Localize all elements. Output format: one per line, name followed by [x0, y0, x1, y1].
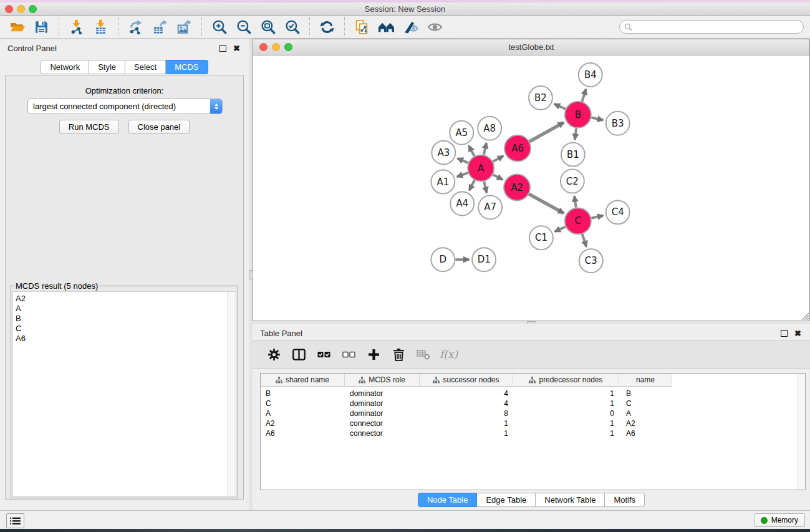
- deselect-all-button[interactable]: [336, 343, 361, 365]
- graph-edge-A-A5[interactable]: [469, 146, 475, 157]
- mcds-list-scrollbar[interactable]: [227, 292, 236, 496]
- graph-node-B1[interactable]: B1: [561, 143, 585, 167]
- mcds-result-item[interactable]: C: [13, 324, 236, 334]
- graph-edge-C-C1[interactable]: [555, 227, 566, 232]
- graph-edge-A-A3[interactable]: [457, 158, 468, 163]
- close-panel-icon[interactable]: ✖: [794, 331, 801, 337]
- graph-edge-A-A2[interactable]: [493, 175, 503, 180]
- graph-edge-A-A7[interactable]: [484, 181, 486, 193]
- graph-edge-B-B4[interactable]: [582, 89, 586, 102]
- float-panel-icon[interactable]: [219, 45, 226, 52]
- table-row[interactable]: Adominator80A: [261, 409, 805, 418]
- tab-mcds[interactable]: MCDS: [166, 60, 208, 74]
- mcds-result-list[interactable]: A2ABCA6: [12, 291, 236, 496]
- network-canvas[interactable]: AA1A2A3A4A5A6A7A8BB1B2B3B4CC1C2C3C4DD1: [253, 56, 809, 321]
- graph-node-A7[interactable]: A7: [478, 195, 502, 219]
- graph-node-B2[interactable]: B2: [529, 86, 552, 110]
- close-panel-button[interactable]: Close panel: [128, 120, 190, 134]
- graph-edge-C-C4[interactable]: [591, 215, 603, 218]
- graph-node-D[interactable]: D: [431, 248, 455, 271]
- graph-node-B4[interactable]: B4: [579, 63, 602, 87]
- mcds-result-item[interactable]: A6: [13, 334, 236, 344]
- table-row[interactable]: A6connector11A6: [261, 428, 805, 438]
- graph-node-C1[interactable]: C1: [529, 226, 553, 249]
- graph-node-B[interactable]: B: [565, 102, 591, 128]
- delete-table-button[interactable]: [411, 343, 436, 365]
- clone-network-button[interactable]: [350, 16, 374, 37]
- graph-node-C4[interactable]: C4: [606, 200, 630, 224]
- graph-node-A1[interactable]: A1: [431, 170, 455, 194]
- mcds-result-item[interactable]: B: [13, 314, 236, 324]
- graph-edge-A-A1[interactable]: [457, 173, 468, 177]
- float-panel-icon[interactable]: [781, 330, 788, 337]
- column-header-shared-name[interactable]: shared name: [261, 374, 345, 387]
- export-table-button[interactable]: [148, 16, 172, 37]
- add-column-button[interactable]: [361, 343, 386, 365]
- refresh-layout-button[interactable]: [315, 16, 339, 37]
- toggle-graphics-details-button[interactable]: [398, 16, 423, 37]
- mcds-result-item[interactable]: A2: [13, 294, 236, 304]
- graph-node-C3[interactable]: C3: [579, 249, 603, 273]
- memory-button[interactable]: Memory: [754, 513, 805, 527]
- network-window-titlebar[interactable]: testGlobe.txt: [253, 39, 809, 56]
- column-header-successor-nodes[interactable]: successor nodes: [420, 374, 513, 387]
- graph-edge-C-C2[interactable]: [574, 196, 576, 207]
- graph-edge-A2-C[interactable]: [529, 194, 564, 213]
- graph-edge-B-B2[interactable]: [554, 104, 566, 109]
- show-columns-button[interactable]: [286, 343, 311, 365]
- table-row[interactable]: Cdominator41C: [261, 399, 805, 409]
- delete-columns-button[interactable]: [386, 343, 411, 365]
- tab-edge-table[interactable]: Edge Table: [477, 493, 536, 507]
- graph-node-A[interactable]: A: [468, 155, 494, 181]
- run-mcds-button[interactable]: Run MCDS: [59, 120, 119, 134]
- graph-node-A4[interactable]: A4: [450, 191, 474, 215]
- graph-edge-A-A8[interactable]: [484, 143, 486, 155]
- table-row[interactable]: A2connector11A2: [261, 418, 805, 428]
- tab-style[interactable]: Style: [89, 60, 125, 74]
- graph-edge-B-B1[interactable]: [575, 128, 576, 140]
- select-all-button[interactable]: [311, 343, 336, 365]
- zoom-out-button[interactable]: [231, 16, 256, 37]
- table-row[interactable]: Bdominator41B: [261, 389, 805, 399]
- vertical-splitter-grip[interactable]: [249, 270, 253, 279]
- import-network-button[interactable]: [64, 16, 89, 37]
- column-header-name[interactable]: name: [619, 374, 672, 387]
- function-builder-button[interactable]: f(x): [440, 348, 458, 360]
- column-header-mcds-role[interactable]: MCDS role: [345, 374, 420, 387]
- zoom-fit-button[interactable]: [256, 16, 280, 37]
- graph-node-C[interactable]: C: [565, 208, 591, 234]
- graph-node-A6[interactable]: A6: [504, 135, 531, 162]
- graph-edge-A-A6[interactable]: [493, 156, 503, 162]
- home-view-button[interactable]: [374, 16, 398, 37]
- graph-edge-A6-B[interactable]: [529, 122, 564, 142]
- graph-node-D1[interactable]: D1: [472, 248, 496, 271]
- graph-node-A8[interactable]: A8: [478, 117, 501, 140]
- graph-node-A3[interactable]: A3: [432, 141, 455, 165]
- table-scrollbar[interactable]: [797, 374, 805, 490]
- criterion-dropdown[interactable]: largest connected component (directed): [27, 99, 223, 114]
- zoom-selected-button[interactable]: [280, 16, 304, 37]
- tab-select[interactable]: Select: [125, 60, 166, 74]
- graph-node-A2[interactable]: A2: [504, 175, 530, 201]
- graph-edge-C-C3[interactable]: [582, 234, 587, 246]
- graph-node-B3[interactable]: B3: [606, 112, 630, 135]
- graph-edge-B-B3[interactable]: [591, 117, 603, 120]
- task-history-button[interactable]: [6, 513, 24, 528]
- graph-node-A5[interactable]: A5: [450, 121, 473, 145]
- open-session-button[interactable]: [5, 16, 29, 37]
- tab-motifs[interactable]: Motifs: [605, 493, 645, 507]
- window-resize-grip[interactable]: [799, 311, 809, 320]
- graph-edge-A-A4[interactable]: [469, 180, 475, 190]
- column-header-predecessor-nodes[interactable]: predecessor nodes: [513, 374, 619, 387]
- import-table-button[interactable]: [89, 16, 113, 37]
- tab-node-table[interactable]: Node Table: [418, 493, 478, 507]
- export-image-button[interactable]: [172, 16, 196, 37]
- search-input[interactable]: [635, 22, 803, 32]
- save-session-button[interactable]: [29, 16, 54, 37]
- tab-network-table[interactable]: Network Table: [536, 493, 605, 507]
- tab-network[interactable]: Network: [41, 60, 89, 74]
- graph-node-C2[interactable]: C2: [561, 170, 584, 193]
- zoom-in-button[interactable]: [207, 16, 231, 37]
- export-network-button[interactable]: [123, 16, 148, 37]
- show-hide-panel-button[interactable]: [423, 16, 447, 37]
